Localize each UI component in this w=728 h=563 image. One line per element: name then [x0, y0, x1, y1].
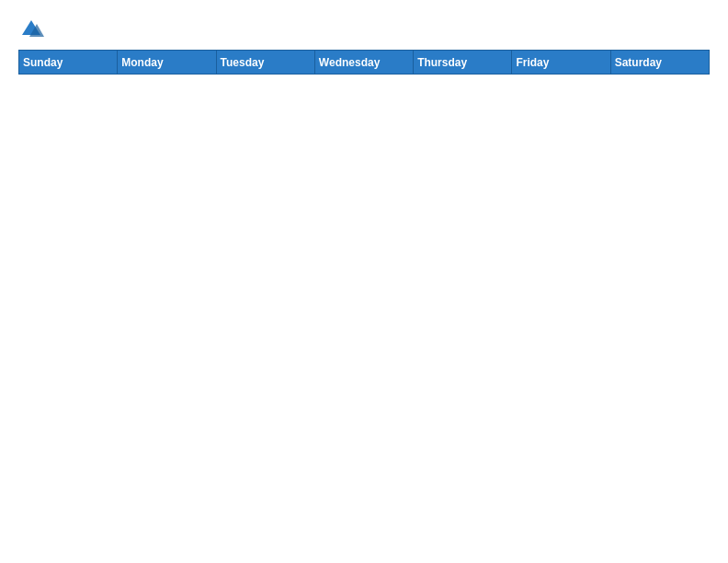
calendar-day-header: Monday [118, 51, 216, 75]
header [18, 17, 710, 42]
logo-icon [18, 17, 44, 42]
calendar-day-header: Friday [512, 51, 610, 75]
calendar-table: SundayMondayTuesdayWednesdayThursdayFrid… [18, 50, 710, 554]
page: SundayMondayTuesdayWednesdayThursdayFrid… [0, 0, 728, 563]
calendar-day-header: Sunday [19, 51, 118, 75]
calendar-day-header: Thursday [414, 51, 512, 75]
calendar-header-row: SundayMondayTuesdayWednesdayThursdayFrid… [19, 51, 710, 75]
logo [18, 17, 48, 42]
calendar-day-header: Tuesday [216, 51, 314, 75]
calendar-day-header: Saturday [610, 51, 709, 75]
calendar-day-header: Wednesday [314, 51, 413, 75]
